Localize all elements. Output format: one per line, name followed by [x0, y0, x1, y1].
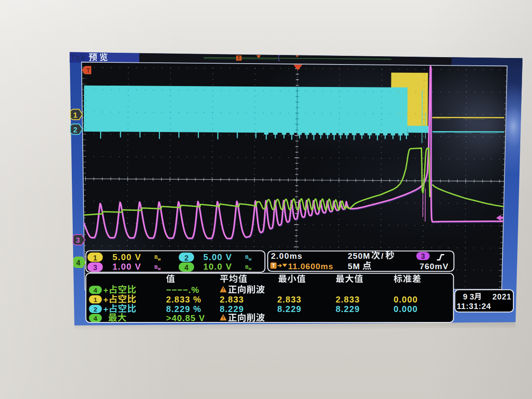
svg-text:1: 1	[73, 111, 77, 119]
svg-text:3: 3	[93, 264, 97, 272]
svg-text:1: 1	[93, 254, 97, 262]
svg-text:2: 2	[73, 126, 77, 134]
svg-text:11:31:24: 11:31:24	[457, 302, 491, 311]
svg-text:0.000: 0.000	[394, 295, 418, 304]
svg-text:T: T	[237, 55, 240, 61]
svg-text:2: 2	[93, 306, 97, 313]
svg-text:5.00 V: 5.00 V	[203, 252, 232, 262]
svg-text:2.833: 2.833	[336, 295, 360, 304]
svg-text:8.229 %: 8.229 %	[166, 304, 202, 314]
svg-text:!: !	[222, 287, 224, 292]
svg-text:2021: 2021	[493, 293, 512, 301]
svg-text:T: T	[87, 67, 90, 74]
svg-text:8.229: 8.229	[336, 304, 360, 314]
svg-text:>40.85 V: >40.85 V	[166, 313, 205, 323]
svg-text:+: +	[103, 295, 108, 304]
svg-text:W: W	[249, 257, 252, 261]
svg-text:3: 3	[421, 253, 425, 260]
svg-text:4: 4	[184, 264, 189, 272]
svg-text:8.229: 8.229	[277, 304, 301, 314]
svg-text:W: W	[249, 267, 252, 271]
svg-text:/: /	[381, 251, 384, 261]
svg-text:2.00ms: 2.00ms	[271, 251, 303, 261]
svg-text:1: 1	[93, 296, 97, 303]
svg-text:0.000: 0.000	[394, 304, 418, 314]
svg-text:1.00 V: 1.00 V	[112, 262, 141, 271]
svg-text:5M: 5M	[348, 262, 360, 271]
svg-text:Tek: Tek	[71, 52, 86, 62]
svg-text:10.0 V: 10.0 V	[203, 262, 232, 271]
svg-text:4: 4	[93, 315, 97, 322]
svg-text:9: 9	[463, 293, 468, 301]
svg-text:250M: 250M	[348, 251, 370, 261]
svg-text:2.833 %: 2.833 %	[166, 295, 202, 304]
svg-text:2: 2	[184, 254, 188, 262]
svg-text:+: +	[103, 305, 108, 314]
svg-text:+: +	[103, 286, 108, 295]
svg-text:!: !	[222, 315, 224, 320]
svg-text:3: 3	[470, 293, 474, 301]
svg-text:T: T	[272, 263, 275, 269]
svg-text:8.229: 8.229	[220, 304, 244, 314]
svg-text:W: W	[158, 267, 161, 271]
svg-text:4: 4	[93, 286, 97, 294]
svg-text:W: W	[158, 257, 161, 261]
svg-text:−−−−.%: −−−−.%	[166, 285, 199, 295]
svg-text:2.833: 2.833	[277, 295, 301, 304]
svg-text:2.833: 2.833	[220, 295, 244, 304]
svg-text:11.0600ms: 11.0600ms	[288, 262, 333, 271]
svg-text:3: 3	[76, 236, 80, 245]
svg-text:4: 4	[76, 259, 80, 267]
svg-text:5.00 V: 5.00 V	[112, 252, 141, 262]
svg-text:760mV: 760mV	[420, 262, 449, 271]
